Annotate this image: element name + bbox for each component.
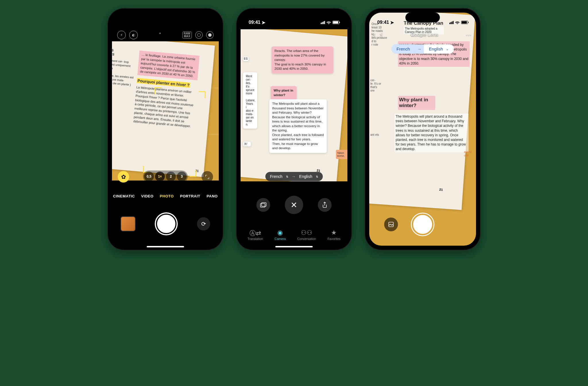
- col2-body: La Métropole plantera environ un millier…: [133, 85, 197, 129]
- mid-side2: ant ets: [370, 133, 384, 137]
- side-tag: Taken worse,: [336, 150, 347, 159]
- chevron-down-icon: ⌄: [446, 47, 449, 51]
- macro-mode-icon[interactable]: ✿: [118, 171, 129, 183]
- camera-bottom-controls: ⟳: [112, 214, 219, 234]
- why-body: The Metropolis will plant around a thous…: [394, 114, 469, 152]
- location-icon: ➤: [390, 20, 394, 25]
- orange-side: eprise oire,: [464, 150, 475, 157]
- home-indicator[interactable]: [275, 246, 313, 247]
- wifi-icon: [455, 21, 460, 24]
- language-selector[interactable]: French → English⌄: [391, 44, 454, 54]
- zoom-control[interactable]: 0,5 1× 2 3: [143, 170, 188, 183]
- chevron-up-icon[interactable]: ˄: [159, 32, 161, 38]
- live-text-icon[interactable]: ⌜⌟: [202, 171, 213, 183]
- arrow-right-icon: →: [415, 44, 424, 54]
- bottom-tabs[interactable]: Ⓐ⇄Translation ◉Camera ⚇⚇Conversation ★Fa…: [241, 229, 347, 240]
- flash-off-icon[interactable]: ⚡︎: [117, 31, 126, 39]
- flash-off-icon[interactable]: ⚡︎: [379, 32, 383, 38]
- camera-top-controls: ⚡︎ ◐ ˄ RAW MAX: [112, 29, 219, 41]
- iphone-camera-app: ⚡︎ ◐ ˄ RAW MAX ESPÈCES FRAGILES rogressi…: [108, 9, 223, 250]
- live-photo-icon[interactable]: [206, 31, 214, 39]
- app-title: Google Lens: [411, 32, 438, 38]
- translated-intro: Reacts. The urban area of the metropolis…: [272, 46, 333, 73]
- tab-favorites[interactable]: ★Favorites: [328, 229, 341, 240]
- signal-icon: [321, 21, 325, 24]
- svg-rect-2: [389, 222, 393, 227]
- col1-heading: ESPÈCES FRAGILES: [112, 47, 136, 59]
- svg-rect-0: [260, 203, 265, 207]
- lang-to[interactable]: English: [299, 174, 312, 179]
- back-icon[interactable]: ‹: [373, 31, 375, 38]
- battery-icon: [332, 21, 339, 24]
- tab-camera[interactable]: ◉Camera: [274, 229, 286, 240]
- shutter-button[interactable]: [156, 214, 177, 234]
- zoom-2[interactable]: 2: [166, 172, 176, 181]
- mode-video[interactable]: VIDEO: [141, 194, 154, 198]
- raw-toggle[interactable]: RAW MAX: [182, 31, 192, 39]
- lens-top-bar: ‹ ⚡︎ Google Lens ⋯: [369, 31, 476, 38]
- battery-icon: [461, 21, 468, 24]
- filters-icon[interactable]: [195, 31, 203, 39]
- lang-to[interactable]: English⌄: [424, 44, 454, 54]
- es-chip: ES: [243, 57, 249, 61]
- mid-side: cer- le. It's or that's ore: [370, 79, 385, 92]
- zoom-3[interactable]: 3: [177, 172, 187, 181]
- dynamic-island: [405, 13, 440, 22]
- mode-pano[interactable]: PANO: [207, 194, 218, 198]
- iphone-google-lens: 21 Once least 10 he roads ks lles produc…: [365, 9, 480, 250]
- col2-pink-box: … le feuillage. La zone urbaine fournie …: [137, 51, 200, 80]
- gallery-button[interactable]: [256, 198, 270, 212]
- people-icon: ⚇⚇: [301, 229, 312, 236]
- gallery-button[interactable]: [384, 218, 398, 231]
- status-time: 09:41: [249, 20, 260, 25]
- focus-corner-icon: [154, 87, 161, 94]
- translation-icon: Ⓐ⇄: [249, 229, 261, 236]
- mode-cinematic[interactable]: CINEMATIC: [113, 194, 135, 198]
- translate-controls: ✕: [241, 196, 347, 214]
- camera-icon: ◉: [277, 229, 283, 236]
- more-icon[interactable]: ⋯: [466, 31, 472, 38]
- svg-rect-1: [262, 203, 266, 206]
- tab-conversation[interactable]: ⚇⚇Conversation: [297, 229, 316, 240]
- flip-camera-icon[interactable]: ⟳: [197, 217, 210, 230]
- why-title: Why plant in winter?: [398, 96, 435, 110]
- home-indicator[interactable]: [404, 246, 441, 247]
- page-number: 21: [439, 188, 443, 191]
- language-selector[interactable]: French⇅ → English⇅: [265, 172, 323, 181]
- camera-modes[interactable]: CINEMATIC VIDEO PHOTO PORTRAIT PANO: [112, 194, 219, 198]
- translate-viewfinder: 21 ES Ment cer- iles. It's spruce more L…: [241, 29, 347, 181]
- focus-corner-icon: [189, 170, 196, 177]
- side-column: Ment cer- iles. It's spruce more Latane,…: [243, 72, 257, 129]
- paper-document: ESPÈCES FRAGILES rogressivement cer- tro…: [112, 41, 215, 177]
- side-link: .fr/: [243, 142, 251, 146]
- focus-corner-icon: [199, 91, 206, 98]
- status-time: 09:41: [377, 20, 389, 25]
- night-mode-icon[interactable]: ◐: [129, 31, 138, 39]
- dynamic-island: [277, 13, 311, 22]
- iphone-translate-app: 09:41➤ 21 ES Ment cer- iles. It's spruce…: [237, 9, 351, 250]
- star-icon: ★: [331, 229, 337, 236]
- lang-from[interactable]: French: [270, 174, 283, 179]
- zoom-1x[interactable]: 1×: [155, 172, 165, 181]
- dynamic-island: [148, 13, 183, 22]
- camera-viewfinder: ESPÈCES FRAGILES rogressivement cer- tro…: [112, 41, 219, 181]
- translated-title: Why plant in winter?: [271, 86, 297, 100]
- translated-body: The Metropolis will plant about a thousa…: [269, 99, 327, 153]
- mode-portrait[interactable]: PORTRAIT: [180, 194, 200, 198]
- last-photo-thumbnail[interactable]: [121, 216, 136, 231]
- signal-icon: [449, 21, 454, 24]
- shutter-button[interactable]: [412, 214, 434, 235]
- arrow-right-icon: →: [292, 174, 296, 179]
- col1-link: pole.fr/: [112, 93, 132, 100]
- zoom-0.5[interactable]: 0,5: [144, 172, 154, 181]
- mode-photo[interactable]: PHOTO: [160, 194, 174, 198]
- wifi-icon: [326, 21, 331, 24]
- col1-body: rogressivement cer- trop fragiles. C'est…: [112, 57, 135, 90]
- close-button[interactable]: ✕: [285, 196, 303, 214]
- location-icon: ➤: [262, 20, 265, 25]
- home-indicator[interactable]: [147, 246, 184, 247]
- lang-from[interactable]: French: [391, 44, 415, 54]
- share-button[interactable]: [318, 198, 332, 212]
- tab-translation[interactable]: Ⓐ⇄Translation: [247, 229, 263, 240]
- lens-bottom-controls: [369, 214, 476, 235]
